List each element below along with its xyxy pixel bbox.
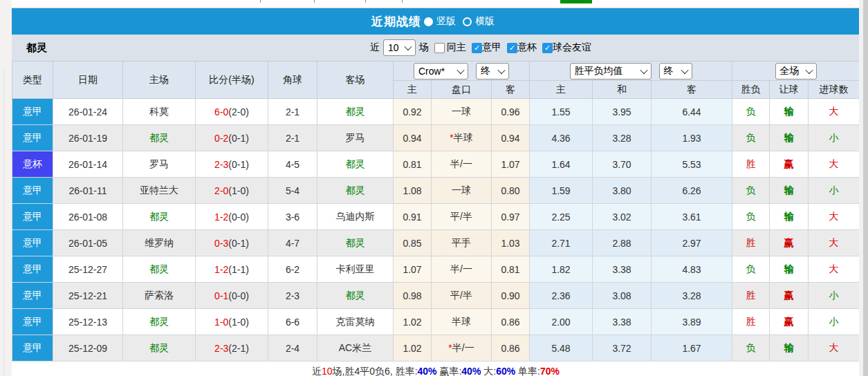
cell-avg-home: 1.82: [530, 256, 593, 283]
scope-select[interactable]: 全场: [775, 63, 817, 79]
results-table-body: 意甲 26-01-24 科莫 6-0(2-0) 2-1 都灵 0.92 一球 0…: [12, 99, 860, 361]
cell-avg-away: 3.28: [652, 283, 732, 309]
cell-home-team: 亚特兰大: [123, 178, 196, 204]
cell-odds-away: 0.86: [492, 335, 530, 361]
league-badge: 意甲: [12, 178, 53, 204]
cell-home-team: 都灵: [123, 256, 196, 283]
cell-avg-home: 2.00: [530, 309, 593, 335]
cell-date: 26-01-05: [53, 230, 123, 256]
cell-avg-home: 5.48: [530, 335, 593, 361]
odds-source-select[interactable]: Crow*: [414, 63, 468, 79]
recent-results-panel: 近期战绩 竖版横版 都灵 近 10 场 ✓同主✓意甲✓意杯✓球会友谊 类型 日期: [12, 0, 860, 376]
sub-col-wdl: 胜负: [732, 81, 770, 99]
league-badge: 意甲: [12, 335, 53, 361]
cell-score: 1-0(1-0): [196, 309, 268, 335]
filter-controls: 近 10 场 ✓同主✓意甲✓意杯✓球会友谊: [370, 39, 591, 56]
cell-home-team: 科莫: [123, 99, 196, 125]
cell-avg-home: 1.55: [530, 99, 593, 125]
cell-odds-away: 0.96: [492, 99, 530, 125]
cell-avg-draw: 3.70: [593, 151, 652, 178]
cell-odds-home: 0.81: [394, 151, 432, 178]
cell-odds-home: 0.94: [394, 125, 432, 151]
cell-corners: 5-4: [268, 178, 317, 204]
checkbox-checked[interactable]: ✓: [542, 43, 553, 53]
sub-col-odds-home: 主: [394, 81, 432, 99]
page-right-scrollbar[interactable]: [859, 0, 868, 376]
cell-avg-home: 2.71: [530, 230, 593, 256]
layout-radio-label[interactable]: 竖版: [436, 15, 456, 28]
checkbox-unchecked[interactable]: ✓: [434, 43, 445, 53]
layout-radio-label[interactable]: 横版: [475, 15, 495, 28]
cell-corners: 6-2: [268, 256, 317, 283]
table-row: 意甲 25-12-27 都灵 1-2(1-1) 6-2 卡利亚里 1.07 半/…: [12, 256, 860, 283]
summary-segment: 单率:: [515, 366, 540, 376]
cell-handicap-result: 赢: [770, 283, 809, 309]
cell-date: 25-12-09: [53, 335, 123, 361]
cell-odds-home: 0.85: [394, 230, 432, 256]
chevron-down-icon: [640, 66, 647, 73]
summary-footer: 近10场,胜4平0负6, 胜率:40% 赢率:40% 大:60% 单率:70%: [12, 361, 860, 376]
cell-win-loss: 负: [732, 204, 770, 230]
cell-goals-result: 大: [809, 256, 860, 283]
cell-odds-home: 0.92: [394, 99, 432, 125]
cell-avg-away: 2.97: [652, 230, 732, 256]
games-label: 场: [419, 41, 429, 54]
cell-avg-away: 4.83: [652, 256, 732, 283]
checkbox-checked[interactable]: ✓: [507, 43, 517, 53]
layout-radio-unselected[interactable]: [463, 17, 472, 26]
sub-col-handicap: 盘口: [432, 81, 492, 99]
cell-odds-away: 0.86: [492, 309, 530, 335]
page-left-gutter: [0, 0, 12, 376]
average-group-header: 胜平负均值 终: [530, 62, 732, 81]
summary-segment: 近: [312, 366, 322, 376]
checkbox-label[interactable]: 意杯: [517, 41, 537, 53]
cell-score: 1-2(0-0): [196, 204, 268, 230]
games-count-select[interactable]: 10: [383, 39, 416, 56]
cell-avg-away: 1.67: [652, 335, 732, 361]
partial-green-button[interactable]: [560, 0, 592, 3]
panel-title: 近期战绩: [371, 14, 421, 30]
gutter-seam-line: [3, 69, 4, 376]
cell-corners: 2-3: [268, 283, 317, 309]
average-state-select[interactable]: 终: [659, 63, 692, 79]
cell-score: 2-3(0-1): [196, 151, 268, 178]
odds-state-select[interactable]: 终: [476, 63, 509, 79]
layout-radio-group: 竖版横版: [423, 15, 500, 28]
top-tick: [365, 0, 366, 3]
cell-date: 26-01-11: [53, 178, 123, 204]
summary-line: 近10场,胜4平0负6, 胜率:40% 赢率:40% 大:60% 单率:70%: [312, 366, 560, 376]
sub-col-avg-home: 主: [530, 81, 593, 99]
layout-radio-selected[interactable]: [424, 17, 433, 26]
average-type-select[interactable]: 胜平负均值: [570, 63, 652, 79]
cell-goals-result: 大: [809, 151, 860, 178]
checkbox-label[interactable]: 意甲: [482, 41, 501, 53]
cell-win-loss: 负: [732, 125, 770, 151]
summary-segment: 40%: [418, 366, 437, 376]
sub-col-avg-draw: 和: [593, 81, 652, 99]
cell-handicap-result: 输: [770, 204, 809, 230]
cell-odds-away: 1.07: [492, 151, 530, 178]
cell-score: 6-0(2-0): [196, 99, 268, 125]
league-badge: 意甲: [12, 309, 53, 335]
near-label: 近: [370, 41, 380, 54]
cell-win-loss: 胜: [732, 309, 770, 335]
chevron-down-icon: [681, 66, 688, 73]
cell-date: 26-01-19: [53, 125, 123, 151]
cell-avg-draw: 3.08: [593, 283, 652, 309]
cell-date: 25-12-21: [53, 283, 123, 309]
cell-avg-home: 4.36: [530, 125, 593, 151]
cell-home-team: 都灵: [123, 309, 196, 335]
cell-goals-result: 大: [809, 204, 860, 230]
summary-segment: 胜率:: [396, 366, 418, 376]
cell-home-team: 萨索洛: [123, 283, 196, 309]
cell-avg-draw: 3.38: [593, 309, 652, 335]
checkbox-checked[interactable]: ✓: [472, 43, 482, 53]
checkbox-label[interactable]: 球会友谊: [553, 41, 591, 53]
cell-odds-away: 0.90: [492, 283, 530, 309]
summary-segment: 70%: [540, 366, 560, 376]
checkbox-label[interactable]: 同主: [447, 41, 466, 53]
cell-avg-draw: 3.72: [593, 335, 652, 361]
cell-handicap: 半球: [432, 309, 492, 335]
league-badge: 意甲: [12, 99, 53, 125]
league-badge: 意杯: [12, 151, 53, 178]
